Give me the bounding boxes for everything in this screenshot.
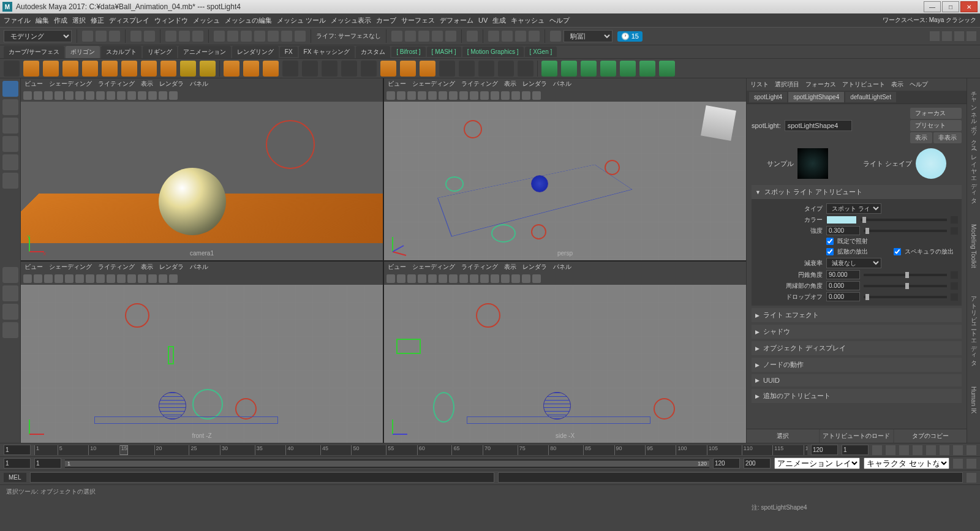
command-input[interactable] <box>30 472 495 483</box>
mask-icon[interactable] <box>295 31 306 42</box>
vp-menu-lighting[interactable]: ライティング <box>98 80 135 88</box>
script-editor-icon[interactable] <box>967 473 976 483</box>
vp-tb-icon[interactable] <box>470 91 478 100</box>
vp-tb-icon[interactable] <box>96 91 105 100</box>
prefs-icon[interactable] <box>967 459 976 469</box>
select-button[interactable]: 選択 <box>747 429 819 443</box>
sculpt-icon[interactable] <box>600 61 616 77</box>
shelf-tab-custom[interactable]: カスタム <box>356 46 390 58</box>
attr-tab-transform[interactable]: spotLight4 <box>749 92 787 102</box>
poly-cube-icon[interactable] <box>43 61 59 77</box>
target-weld-icon[interactable] <box>459 61 475 77</box>
section-shadow[interactable]: ▶シャドウ <box>752 325 962 339</box>
attr-menu-help[interactable]: ヘルプ <box>910 80 928 89</box>
layout-single-icon[interactable] <box>2 267 18 283</box>
prev-frame-icon[interactable] <box>899 445 909 455</box>
vp-tb-icon[interactable] <box>44 91 53 100</box>
panel-toggle-icon[interactable] <box>954 31 964 41</box>
range-end-field[interactable] <box>744 458 771 469</box>
minimize-button[interactable]: — <box>924 1 941 12</box>
mask-icon[interactable] <box>254 31 265 42</box>
vp-menu-show[interactable]: 表示 <box>141 80 153 88</box>
vp-tb-icon[interactable] <box>511 274 520 283</box>
collapse-icon[interactable] <box>420 61 435 77</box>
vp-tb-icon[interactable] <box>127 274 136 283</box>
mask-icon[interactable] <box>214 31 225 42</box>
vp-menu-panels[interactable]: パネル <box>190 263 208 271</box>
prev-key-icon[interactable] <box>886 445 895 455</box>
vp-tb-icon[interactable] <box>55 91 63 100</box>
node-name-field[interactable] <box>785 120 852 131</box>
vp-tb-icon[interactable] <box>428 274 437 283</box>
close-button[interactable]: ✕ <box>960 1 978 12</box>
select-obj-icon[interactable] <box>179 31 190 42</box>
menu-meshdisplay[interactable]: メッシュ表示 <box>331 16 371 25</box>
vp-tb-icon[interactable] <box>34 91 42 100</box>
vp-menu-lighting[interactable]: ライティング <box>461 80 498 88</box>
construction-history-icon[interactable] <box>467 31 478 42</box>
section-spotlight-attrs[interactable]: ▼スポット ライト アトリビュート <box>752 185 962 199</box>
bevel-icon[interactable] <box>341 61 357 77</box>
vp-tb-icon[interactable] <box>501 274 510 283</box>
menu-select[interactable]: 選択 <box>72 16 86 25</box>
vp-tb-icon[interactable] <box>470 274 478 283</box>
layer-icon[interactable] <box>529 31 540 42</box>
shelf-tab-anim[interactable]: アニメーション <box>178 46 231 58</box>
mask-icon[interactable] <box>227 31 238 42</box>
merge-icon[interactable] <box>439 61 455 77</box>
uv-editor-icon[interactable] <box>518 61 533 77</box>
vp-tb-icon[interactable] <box>23 274 32 283</box>
user-dropdown[interactable]: 駒冨岡 <box>564 30 612 42</box>
menu-generate[interactable]: 生成 <box>492 16 506 25</box>
save-scene-icon[interactable] <box>109 31 120 42</box>
section-obj-display[interactable]: ▶オブジェクト ディスプレイ <box>752 341 962 355</box>
shelf-tab-poly[interactable]: ポリゴン <box>66 46 100 58</box>
snap-curve-icon[interactable] <box>405 31 416 42</box>
layout-four-icon[interactable] <box>2 285 18 301</box>
light-swatch[interactable] <box>916 148 946 179</box>
attr-menu-show[interactable]: 表示 <box>891 80 903 89</box>
panel-toggle-icon[interactable] <box>942 31 952 41</box>
type-tool-icon[interactable] <box>180 61 196 77</box>
extrude-icon[interactable] <box>302 61 318 77</box>
load-attr-button[interactable]: アトリビュートのロード <box>820 429 892 443</box>
snap-point-icon[interactable] <box>418 31 429 42</box>
sidetab-humanik[interactable]: Human IK <box>969 380 978 420</box>
range-start-field[interactable] <box>4 458 31 469</box>
attr-menu-list[interactable]: リスト <box>750 80 769 89</box>
vp-tb-icon[interactable] <box>96 274 105 283</box>
vp-menu-renderer[interactable]: レンダラ <box>522 263 547 271</box>
section-uuid[interactable]: ▶UUID <box>752 374 962 386</box>
vp-tb-icon[interactable] <box>439 91 447 100</box>
attr-menu-selected[interactable]: 選択項目 <box>775 80 799 89</box>
vp-menu-renderer[interactable]: レンダラ <box>159 80 184 88</box>
vp-menu-panels[interactable]: パネル <box>553 80 571 88</box>
play-back-icon[interactable] <box>913 445 922 455</box>
vp-tb-icon[interactable] <box>418 274 426 283</box>
time-end-field[interactable] <box>811 445 838 455</box>
emit-diffuse-checkbox[interactable] <box>826 248 834 255</box>
vp-tb-icon[interactable] <box>159 91 167 100</box>
dropoff-slider[interactable] <box>864 296 947 298</box>
life-surface-label[interactable]: ライフ: サーフェスなし <box>316 32 381 40</box>
vp-tb-icon[interactable] <box>169 274 178 283</box>
fill-hole-icon[interactable] <box>380 61 396 77</box>
new-scene-icon[interactable] <box>82 31 93 42</box>
poly-torus-icon[interactable] <box>121 61 137 77</box>
hide-button[interactable]: 非表示 <box>933 132 962 143</box>
map-button-icon[interactable] <box>951 293 958 301</box>
cone-field[interactable] <box>826 270 860 279</box>
menu-create[interactable]: 作成 <box>54 16 67 25</box>
sculpt-icon[interactable] <box>620 61 636 77</box>
menu-modify[interactable]: 修正 <box>91 16 104 25</box>
smooth-icon[interactable] <box>282 61 298 77</box>
char-set-dropdown[interactable]: キャラクタ セットなし <box>864 458 949 469</box>
vp-tb-icon[interactable] <box>459 274 468 283</box>
shelf-tab-sculpt[interactable]: スカルプト <box>101 46 141 58</box>
menu-mesh[interactable]: メッシュ <box>193 16 220 25</box>
vp-tb-icon[interactable] <box>138 91 146 100</box>
shelf-tab-xgen[interactable]: [ XGen ] <box>525 47 557 57</box>
range-end-inner-field[interactable] <box>713 458 740 469</box>
vp-tb-icon[interactable] <box>397 274 405 283</box>
menu-file[interactable]: ファイル <box>4 16 31 25</box>
